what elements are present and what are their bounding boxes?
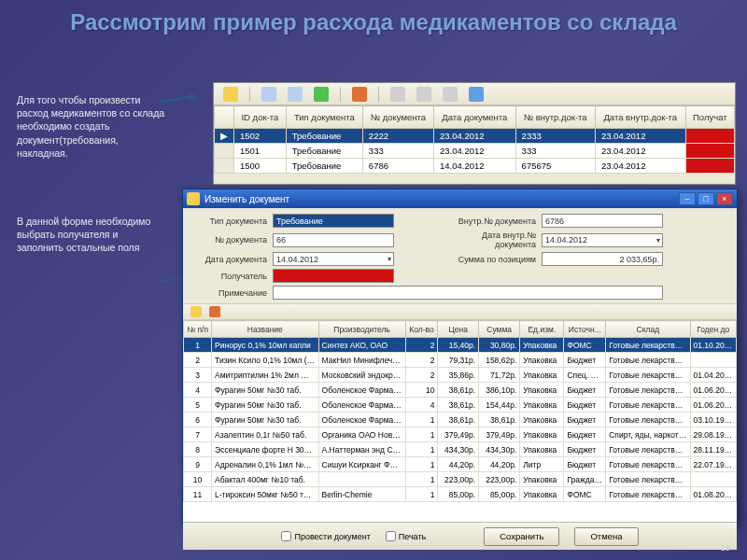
col-header[interactable]: Цена	[438, 321, 479, 338]
col-header[interactable]: Сумма	[479, 321, 520, 338]
col-header[interactable]: Дата внутр.док-та	[595, 106, 685, 129]
col-header[interactable]: Склад	[606, 321, 690, 338]
post-doc-checkbox[interactable]: Провести документ	[281, 531, 370, 541]
col-header[interactable]: Тип документа	[286, 106, 362, 129]
table-row[interactable]: 11L-тироксин 50мкг №50 таб…Berlin-Chemie…	[184, 487, 737, 502]
label-docnum: № документа	[192, 235, 267, 245]
page-title: Рассмотрим пример расхода медикаментов с…	[0, 0, 747, 39]
copy-icon[interactable]	[288, 87, 303, 102]
col-header[interactable]: Источн...	[564, 321, 606, 338]
remove-item-icon[interactable]	[209, 306, 220, 317]
table-row[interactable]: 7Азалептин 0,1г №50 таб.Органика ОАО Нов…	[184, 427, 737, 442]
excel-icon[interactable]	[314, 87, 329, 102]
table-row[interactable]: 9Адреналин 0,1% 1мл №5 а…Сишуи Ксирканг …	[184, 457, 737, 472]
delete-icon[interactable]	[352, 87, 367, 102]
document-grid[interactable]: ID док-таТип документа№ документаДата до…	[214, 105, 735, 174]
table-row[interactable]: 8Эссенциале форте Н 300мг …А.Наттерман э…	[184, 442, 737, 457]
col-header[interactable]: № п/п	[184, 321, 212, 338]
refresh-icon[interactable]	[469, 87, 484, 102]
label-note: Примечание	[192, 288, 267, 298]
doc-type-select[interactable]: Требование	[273, 214, 394, 228]
form-panel: Тип документа Требование Внутр.№ докумен…	[183, 208, 737, 303]
label-innum: Внутр.№ документа	[443, 217, 536, 226]
close-button[interactable]: ×	[716, 192, 733, 205]
print2-icon[interactable]	[443, 87, 458, 102]
table-row[interactable]: 3Амитриптилин 1% 2мл №10…Московский эндо…	[184, 368, 737, 383]
table-row[interactable]: 2Тизин Ксило 0,1% 10мл (70…МакНил Минифл…	[184, 353, 737, 368]
dialog-title: Изменить документ	[204, 194, 289, 204]
sum-display: 2 033,65р.	[542, 252, 663, 266]
label-type: Тип документа	[192, 217, 267, 226]
app-icon	[187, 192, 200, 205]
add-item-icon[interactable]	[190, 306, 202, 317]
slide-number: 19	[721, 543, 730, 553]
col-header[interactable]: Ед.изм.	[520, 321, 564, 338]
inner-date-input[interactable]: 14.04.2012	[542, 233, 663, 247]
doc-num-input[interactable]: 66	[273, 233, 394, 247]
table-row[interactable]: 1501Требование33323.04.201233323.04.2012	[215, 144, 735, 159]
instruction-1: Для того чтобы произвести расход медикам…	[17, 93, 166, 160]
col-header[interactable]: Производитель	[318, 321, 405, 338]
new-doc-icon[interactable]	[223, 87, 238, 102]
edit-document-dialog: Изменить документ – □ × Тип документа Тр…	[182, 189, 738, 525]
recipient-select[interactable]	[273, 269, 394, 283]
col-header[interactable]: Годен до	[690, 321, 736, 338]
preview-icon[interactable]	[416, 87, 431, 102]
label-recipient: Получатель	[192, 272, 267, 281]
table-row[interactable]: 5Фурагин 50мг №30 таб.Оболенское Фармаце…	[184, 398, 737, 413]
table-row[interactable]: 1500Требование678614.04.201267567523.04.…	[215, 159, 735, 174]
save-button[interactable]: Сохранить	[484, 527, 559, 546]
dialog-footer: Провести документ Печать Сохранить Отмен…	[183, 522, 737, 550]
table-row[interactable]: 6Фурагин 50мг №30 таб.Оболенское Фармаце…	[184, 413, 737, 427]
col-header[interactable]: Название	[212, 321, 318, 338]
label-sum: Сумма по позициям	[443, 255, 536, 264]
table-row[interactable]: 10Абактал 400мг №10 таб.1223,00р.223,00р…	[184, 472, 737, 487]
print-checkbox[interactable]: Печать	[386, 531, 426, 541]
document-list-window: ID док-таТип документа№ документаДата до…	[213, 82, 736, 185]
toolbar	[214, 83, 735, 105]
label-docdate: Дата документа	[192, 255, 267, 264]
print-icon[interactable]	[390, 87, 405, 102]
col-header[interactable]: № внутр.док-та	[515, 106, 595, 129]
dialog-titlebar[interactable]: Изменить документ – □ ×	[183, 189, 737, 208]
items-grid[interactable]: № п/пНазваниеПроизводительКол-воЦенаСумм…	[183, 320, 737, 502]
cancel-button[interactable]: Отмена	[574, 527, 638, 546]
note-input[interactable]	[273, 286, 663, 300]
col-header[interactable]: Кол-во	[405, 321, 438, 338]
table-row[interactable]: ▶1502Требование222223.04.2012233323.04.2…	[215, 129, 735, 144]
edit-icon[interactable]	[261, 87, 276, 102]
maximize-button[interactable]: □	[698, 192, 714, 205]
col-header[interactable]: № документа	[362, 106, 433, 129]
label-indate: Дата внутр.№ документа	[443, 231, 536, 249]
instruction-2: В данной форме необходимо выбрать получа…	[17, 215, 166, 255]
inner-num-input[interactable]: 6786	[542, 214, 663, 228]
table-row[interactable]: 4Фурагин 50мг №30 таб.Оболенское Фармаце…	[184, 383, 737, 398]
col-header[interactable]: ID док-та	[234, 106, 287, 129]
items-toolbar	[183, 303, 737, 320]
doc-date-input[interactable]: 14.04.2012	[273, 252, 394, 266]
table-row[interactable]: 1Риноруc 0,1% 10мл каплиСинтез АКО, ОАО2…	[184, 338, 737, 353]
col-header[interactable]: Дата документа	[434, 106, 516, 129]
col-header[interactable]: Получат	[685, 106, 734, 129]
minimize-button[interactable]: –	[679, 192, 696, 205]
